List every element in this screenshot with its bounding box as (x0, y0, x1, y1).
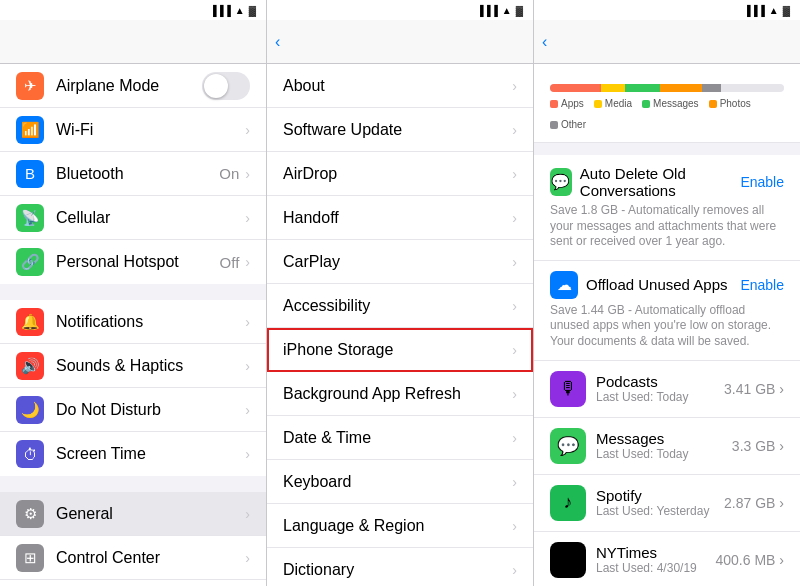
cellular-label: Cellular (56, 209, 245, 227)
spotify-last-used: Last Used: Yesterday (596, 504, 714, 518)
keyboard-label: Keyboard (283, 473, 512, 491)
rec-offload[interactable]: ☁Offload Unused AppsEnableSave 1.44 GB -… (534, 261, 800, 361)
settings-item-notifications[interactable]: 🔔Notifications› (0, 300, 266, 344)
recommendations-list: 💬Auto Delete Old ConversationsEnableSave… (534, 155, 800, 361)
app-spotify[interactable]: ♪SpotifyLast Used: Yesterday2.87 GB › (534, 475, 800, 532)
legend-messages: Messages (642, 98, 699, 109)
general-item-dictionary[interactable]: Dictionary› (267, 548, 533, 586)
general-item-accessibility[interactable]: Accessibility› (267, 284, 533, 328)
legend-media: Media (594, 98, 632, 109)
bar-messages (625, 84, 660, 92)
general-item-datetime[interactable]: Date & Time› (267, 416, 533, 460)
controlcenter-label: Control Center (56, 549, 245, 567)
general-item-iphonestorage[interactable]: iPhone Storage› (267, 328, 533, 372)
general-panel: ▐▐▐ ▲ ▓ ‹ About›Software Update›AirDrop›… (267, 0, 534, 586)
battery-icon-1: ▓ (249, 5, 256, 16)
general-back-button[interactable]: ‹ (275, 33, 282, 51)
back-chevron-icon: ‹ (275, 33, 280, 51)
bluetooth-chevron: › (245, 166, 250, 182)
controlcenter-icon: ⊞ (16, 544, 44, 572)
hotspot-chevron: › (245, 254, 250, 270)
settings-item-controlcenter[interactable]: ⊞Control Center› (0, 536, 266, 580)
keyboard-chevron: › (512, 474, 517, 490)
bluetooth-label: Bluetooth (56, 165, 219, 183)
screentime-chevron: › (245, 446, 250, 462)
offload-label: Offload Unused Apps (586, 276, 728, 293)
datetime-label: Date & Time (283, 429, 512, 447)
accessibility-label: Accessibility (283, 297, 512, 315)
general-item-airdrop[interactable]: AirDrop› (267, 152, 533, 196)
podcasts-size: 3.41 GB › (724, 381, 784, 397)
general-item-keyboard[interactable]: Keyboard› (267, 460, 533, 504)
wifi-icon-2: ▲ (502, 5, 512, 16)
general-chevron: › (245, 506, 250, 522)
status-bar-2: ▐▐▐ ▲ ▓ (267, 0, 533, 20)
app-nytimes[interactable]: 𝕋NYTimesLast Used: 4/30/19400.6 MB › (534, 532, 800, 586)
dnd-label: Do Not Disturb (56, 401, 245, 419)
screentime-label: Screen Time (56, 445, 245, 463)
settings-item-general[interactable]: ⚙General› (0, 492, 266, 536)
general-item-softwareupdate[interactable]: Software Update› (267, 108, 533, 152)
airplane-toggle[interactable] (202, 72, 250, 100)
storage-back-button[interactable]: ‹ (542, 33, 549, 51)
messages-icon: 💬 (550, 428, 586, 464)
wifi-icon-1: ▲ (235, 5, 245, 16)
datetime-chevron: › (512, 430, 517, 446)
cellular-icon: 📡 (16, 204, 44, 232)
settings-item-airplane[interactable]: ✈Airplane Mode (0, 64, 266, 108)
storage-legend: AppsMediaMessagesPhotosOther (550, 98, 784, 130)
settings-item-display[interactable]: ADisplay & Brightness› (0, 580, 266, 586)
nytimes-last-used: Last Used: 4/30/19 (596, 561, 706, 575)
airplane-label: Airplane Mode (56, 77, 202, 95)
rec-autodelete[interactable]: 💬Auto Delete Old ConversationsEnableSave… (534, 155, 800, 261)
iphonestorage-chevron: › (512, 342, 517, 358)
cellular-chevron: › (245, 210, 250, 226)
bar-other (702, 84, 721, 92)
podcasts-last-used: Last Used: Today (596, 390, 714, 404)
general-item-about[interactable]: About› (267, 64, 533, 108)
battery-icon-2: ▓ (516, 5, 523, 16)
app-podcasts[interactable]: 🎙PodcastsLast Used: Today3.41 GB › (534, 361, 800, 418)
signal-icon-1: ▐▐▐ (210, 5, 231, 16)
autodelete-enable-button[interactable]: Enable (740, 174, 784, 190)
airplane-icon: ✈ (16, 72, 44, 100)
offload-enable-button[interactable]: Enable (740, 277, 784, 293)
settings-item-screentime[interactable]: ⏱Screen Time› (0, 432, 266, 476)
general-item-language[interactable]: Language & Region› (267, 504, 533, 548)
airdrop-chevron: › (512, 166, 517, 182)
podcasts-icon: 🎙 (550, 371, 586, 407)
general-item-backgroundrefresh[interactable]: Background App Refresh› (267, 372, 533, 416)
battery-icon-3: ▓ (783, 5, 790, 16)
signal-icon-2: ▐▐▐ (477, 5, 498, 16)
legend-other: Other (550, 119, 586, 130)
hotspot-value: Off (220, 254, 240, 271)
general-item-handoff[interactable]: Handoff› (267, 196, 533, 240)
accessibility-chevron: › (512, 298, 517, 314)
dictionary-chevron: › (512, 562, 517, 578)
signal-icon-3: ▐▐▐ (744, 5, 765, 16)
settings-item-dnd[interactable]: 🌙Do Not Disturb› (0, 388, 266, 432)
backgroundrefresh-chevron: › (512, 386, 517, 402)
softwareupdate-label: Software Update (283, 121, 512, 139)
softwareupdate-chevron: › (512, 122, 517, 138)
carplay-label: CarPlay (283, 253, 512, 271)
settings-item-bluetooth[interactable]: BBluetoothOn› (0, 152, 266, 196)
spotify-size: 2.87 GB › (724, 495, 784, 511)
wifi-icon-3: ▲ (769, 5, 779, 16)
settings-item-cellular[interactable]: 📡Cellular› (0, 196, 266, 240)
storage-panel: ▐▐▐ ▲ ▓ ‹ AppsMediaMessagesPhotosOther (534, 0, 800, 586)
general-item-carplay[interactable]: CarPlay› (267, 240, 533, 284)
settings-panel: ▐▐▐ ▲ ▓ ✈Airplane Mode📶Wi-Fi›BBluetoothO… (0, 0, 267, 586)
app-messages[interactable]: 💬MessagesLast Used: Today3.3 GB › (534, 418, 800, 475)
back-chevron-icon-2: ‹ (542, 33, 547, 51)
hotspot-icon: 🔗 (16, 248, 44, 276)
settings-item-sounds[interactable]: 🔊Sounds & Haptics› (0, 344, 266, 388)
notifications-icon: 🔔 (16, 308, 44, 336)
settings-item-hotspot[interactable]: 🔗Personal HotspotOff› (0, 240, 266, 284)
backgroundrefresh-label: Background App Refresh (283, 385, 512, 403)
legend-photos: Photos (709, 98, 751, 109)
dictionary-label: Dictionary (283, 561, 512, 579)
settings-item-wifi[interactable]: 📶Wi-Fi› (0, 108, 266, 152)
sounds-label: Sounds & Haptics (56, 357, 245, 375)
sounds-icon: 🔊 (16, 352, 44, 380)
